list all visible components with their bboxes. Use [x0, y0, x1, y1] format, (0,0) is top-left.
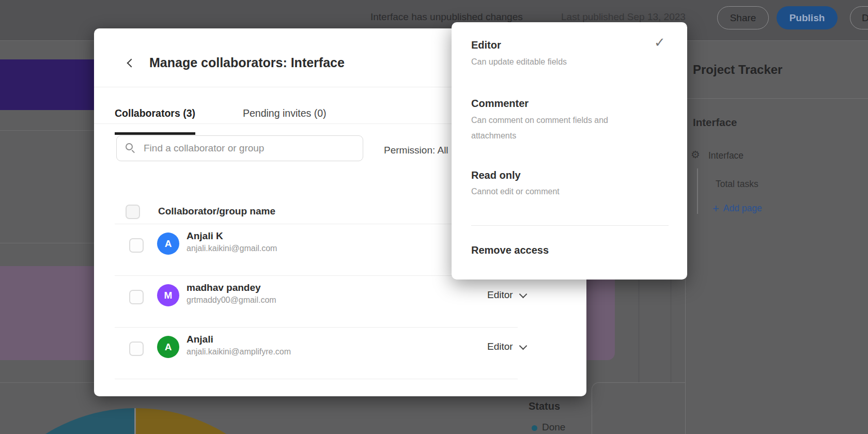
avatar: A [157, 336, 179, 358]
menu-divider [471, 225, 669, 226]
sidebar-divider [686, 98, 868, 99]
permission-select[interactable]: Editor [487, 289, 526, 301]
row-checkbox[interactable] [129, 290, 144, 304]
interface-gear-icon: ⚙ [691, 148, 700, 161]
pages-sidebar: Project Tracker Interface ⚙ Interface To… [685, 41, 868, 434]
menu-option-read-only[interactable]: Read only [471, 169, 521, 181]
permission-dropdown-menu: Editor ✓ Can update editable fields Comm… [452, 22, 687, 280]
legend-dot [532, 425, 537, 431]
add-page-button[interactable]: + Add page [712, 203, 762, 214]
menu-option-editor[interactable]: Editor [471, 39, 501, 51]
adjacent-card-corner [592, 382, 685, 434]
menu-option-remove-access[interactable]: Remove access [471, 244, 549, 256]
select-all-checkbox[interactable] [126, 205, 140, 219]
app-title: Project Tracker [693, 63, 782, 77]
interface-section-title: Interface [693, 116, 737, 129]
check-icon: ✓ [654, 35, 665, 51]
avatar: A [157, 233, 179, 255]
row-divider [115, 379, 518, 379]
partial-button[interactable]: D [850, 6, 868, 29]
search-icon [126, 143, 133, 150]
chevron-down-icon [519, 342, 527, 350]
collaborator-name: Anjali [187, 334, 213, 345]
unpublished-changes-text: Interface has unpublished changes [370, 11, 523, 23]
row-checkbox[interactable] [129, 342, 144, 356]
search-input[interactable] [116, 135, 363, 161]
menu-option-commenter-desc: Can comment on comment fields and attach… [471, 113, 637, 144]
legend-item-done: Done [532, 422, 565, 433]
legend-label: Done [542, 422, 565, 433]
tab-pending-invites[interactable]: Pending invites (0) [243, 107, 327, 119]
legend-title: Status [529, 400, 560, 412]
pie-slice-divider [134, 408, 136, 434]
collaborator-name: madhav pandey [187, 282, 261, 293]
tab-collaborators[interactable]: Collaborators (3) [115, 107, 195, 135]
row-checkbox[interactable] [129, 238, 144, 253]
menu-option-commenter[interactable]: Commenter [471, 98, 529, 110]
permission-value: Editor [487, 341, 513, 352]
permission-value: Editor [487, 289, 513, 301]
collaborator-row: M madhav pandey grtmaddy00@gmail.com Edi… [94, 275, 586, 327]
collaborator-row: A Anjali anjali.kaikini@amplifyre.com Ed… [94, 327, 586, 379]
collaborator-email: anjali.kaikini@amplifyre.com [187, 347, 291, 357]
last-published-text: Last published Sep 13, 2023 [561, 11, 686, 23]
publish-button[interactable]: Publish [777, 6, 838, 29]
share-button[interactable]: Share [717, 6, 769, 29]
column-header: Collaborator/group name [158, 206, 275, 217]
add-page-label: Add page [723, 203, 762, 214]
modal-title: Manage collaborators: Interface [149, 55, 345, 70]
menu-option-editor-desc: Can update editable fields [471, 54, 637, 70]
avatar: M [157, 284, 179, 306]
status-pie-chart [0, 408, 307, 434]
plus-icon: + [712, 204, 719, 214]
permission-filter[interactable]: Permission: All [384, 145, 448, 156]
menu-option-read-only-desc: Cannot edit or comment [471, 184, 637, 199]
permission-select[interactable]: Editor [487, 341, 526, 352]
collaborator-email: anjali.kaikini@gmail.com [187, 244, 277, 253]
back-chevron-icon[interactable] [127, 59, 136, 68]
collaborator-name: Anjali K [187, 230, 223, 242]
sidebar-item-total-tasks[interactable]: Total tasks [716, 179, 758, 190]
collaborator-email: grtmaddy00@gmail.com [187, 296, 276, 305]
sidebar-item-interface[interactable]: Interface [708, 150, 743, 161]
chevron-down-icon [519, 290, 527, 299]
tree-indent-line [697, 168, 698, 214]
